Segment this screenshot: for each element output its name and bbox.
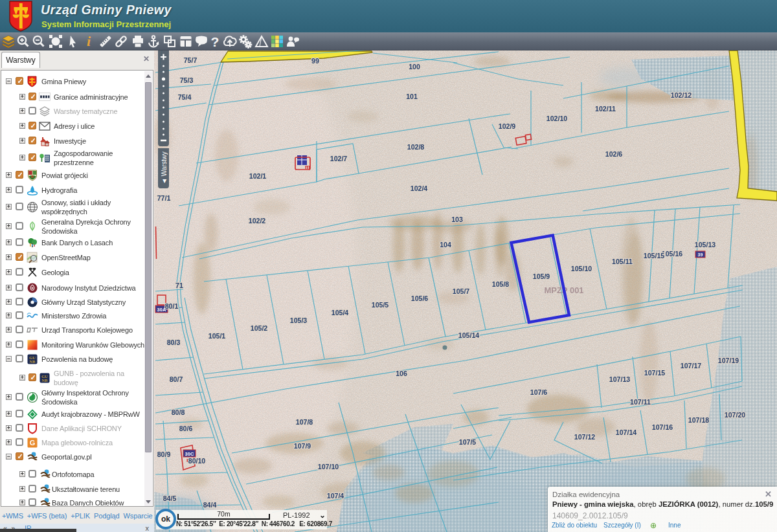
svg-text:105/4: 105/4: [332, 309, 349, 316]
svg-text:103: 103: [451, 216, 463, 223]
svg-text:80/6: 80/6: [179, 425, 193, 432]
svg-text:102/1: 102/1: [249, 172, 267, 180]
svg-text:105/6: 105/6: [411, 294, 429, 302]
svg-text:107/18: 107/18: [688, 416, 710, 424]
svg-text:105/7: 105/7: [453, 287, 470, 295]
svg-text:m: m: [305, 164, 310, 170]
svg-text:30C: 30C: [185, 451, 194, 457]
svg-text:105/13: 105/13: [695, 241, 716, 249]
svg-text:80/3: 80/3: [167, 338, 181, 346]
svg-text:77/1: 77/1: [157, 194, 171, 202]
svg-text:107/5: 107/5: [459, 438, 477, 446]
svg-text:107/10: 107/10: [318, 463, 339, 471]
svg-text:102/9: 102/9: [499, 122, 516, 130]
svg-text:?: ?: [211, 34, 220, 49]
svg-text:NB: NB: [29, 359, 36, 364]
svg-text:G: G: [30, 439, 36, 447]
svg-text:107/14: 107/14: [616, 428, 637, 436]
svg-text:80/1: 80/1: [165, 302, 179, 310]
svg-text:105/2: 105/2: [251, 324, 268, 332]
svg-text:107/13: 107/13: [609, 375, 631, 383]
svg-text:107/15: 107/15: [644, 369, 666, 377]
svg-text:75/4: 75/4: [178, 93, 192, 101]
svg-text:107/16: 107/16: [652, 423, 673, 431]
svg-text:105/8: 105/8: [492, 280, 510, 288]
svg-text:100: 100: [409, 63, 420, 71]
svg-text:102/11: 102/11: [595, 105, 616, 113]
svg-text:106: 106: [396, 370, 407, 377]
svg-text:102/7: 102/7: [330, 155, 348, 162]
svg-text:107/4: 107/4: [327, 492, 344, 500]
svg-text:107/6: 107/6: [530, 388, 548, 396]
svg-text:i: i: [87, 33, 91, 49]
svg-text:105/10: 105/10: [571, 265, 592, 272]
svg-text:107/8: 107/8: [296, 418, 313, 426]
svg-text:102/10: 102/10: [546, 115, 568, 122]
svg-text:71: 71: [175, 282, 183, 289]
svg-text:107/12: 107/12: [574, 433, 596, 441]
svg-text:105/5: 105/5: [372, 301, 389, 309]
svg-text:75/7: 75/7: [184, 56, 197, 64]
svg-text:39: 39: [698, 252, 703, 257]
svg-text:107/19: 107/19: [718, 357, 739, 364]
svg-text:107/11: 107/11: [630, 398, 651, 406]
svg-text:105/11: 105/11: [612, 258, 633, 265]
svg-text:75/3: 75/3: [180, 76, 194, 84]
svg-text:80/8: 80/8: [172, 408, 185, 416]
svg-text:105/15: 105/15: [644, 252, 665, 260]
svg-text:102/4: 102/4: [411, 184, 428, 192]
svg-text:107/17: 107/17: [681, 362, 702, 370]
svg-text:102/2: 102/2: [249, 217, 266, 225]
svg-text:107/20: 107/20: [725, 411, 746, 419]
svg-text:84/4: 84/4: [203, 501, 217, 509]
svg-text:102/12: 102/12: [671, 91, 692, 99]
svg-text:105/3: 105/3: [290, 316, 308, 324]
svg-text:NB: NB: [41, 378, 48, 382]
svg-text:105/14: 105/14: [458, 331, 480, 339]
svg-text:80/7: 80/7: [170, 375, 183, 383]
svg-text:102/8: 102/8: [407, 143, 425, 151]
svg-text:105/1: 105/1: [208, 332, 226, 340]
svg-text:102/6: 102/6: [605, 150, 623, 158]
svg-text:101: 101: [406, 93, 418, 100]
svg-text:104: 104: [440, 241, 451, 249]
svg-text:105/16: 105/16: [662, 250, 683, 258]
svg-text:84/5: 84/5: [163, 494, 177, 502]
svg-text:80/9: 80/9: [157, 450, 171, 458]
svg-text:105/9: 105/9: [533, 272, 550, 280]
svg-text:80/10: 80/10: [188, 457, 206, 465]
svg-text:99: 99: [311, 57, 319, 65]
svg-text:107/9: 107/9: [294, 442, 311, 450]
